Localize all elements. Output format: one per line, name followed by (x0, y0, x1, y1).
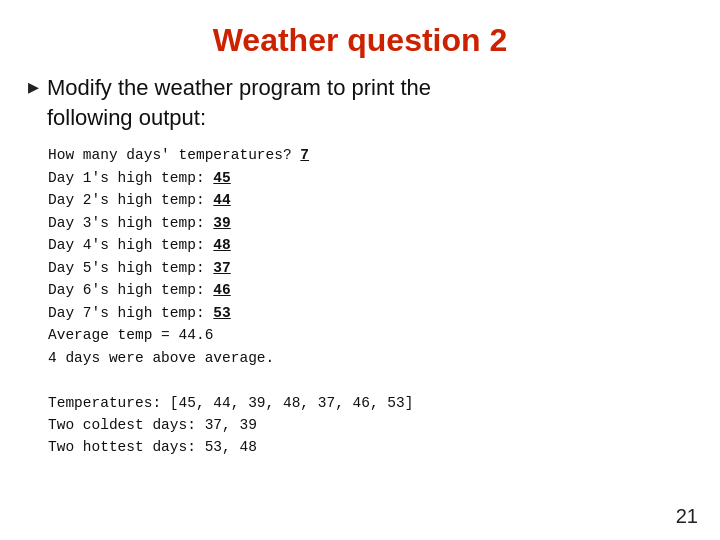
page-number: 21 (676, 505, 698, 528)
code-line-5: Day 4's high temp: 48 (48, 237, 231, 253)
code-line-8: Day 7's high temp: 53 (48, 305, 231, 321)
bullet-point: ▸ Modify the weather program to print th… (0, 73, 720, 132)
code-line-1: How many days' temperatures? 7 (48, 147, 309, 163)
code-line-14: Two hottest days: 53, 48 (48, 439, 257, 455)
code-line-10: 4 days were above average. (48, 350, 274, 366)
code-line-13: Two coldest days: 37, 39 (48, 417, 257, 433)
code-line-12: Temperatures: [45, 44, 39, 48, 37, 46, 5… (48, 395, 413, 411)
code-line-2: Day 1's high temp: 45 (48, 170, 231, 186)
page-title: Weather question 2 (0, 0, 720, 73)
code-line-3: Day 2's high temp: 44 (48, 192, 231, 208)
code-line-4: Day 3's high temp: 39 (48, 215, 231, 231)
bullet-arrow-icon: ▸ (28, 74, 39, 100)
code-line-6: Day 5's high temp: 37 (48, 260, 231, 276)
bullet-text: Modify the weather program to print the … (47, 73, 431, 132)
code-line-9: Average temp = 44.6 (48, 327, 213, 343)
code-line-7: Day 6's high temp: 46 (48, 282, 231, 298)
code-output: How many days' temperatures? 7 Day 1's h… (0, 144, 720, 459)
